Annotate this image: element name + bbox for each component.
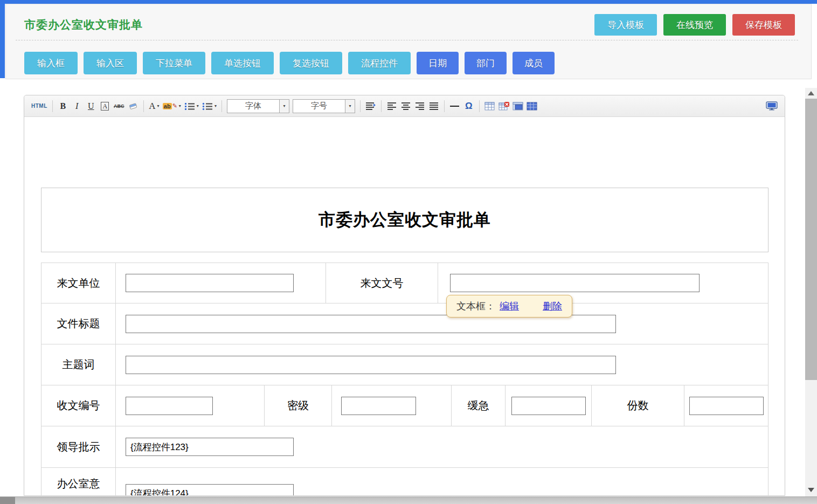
align-center-button[interactable] xyxy=(399,99,413,113)
table-row: 领导批示 xyxy=(41,426,768,468)
toolbar-separator xyxy=(143,100,144,112)
label-cell: 主题词 xyxy=(41,344,116,385)
label-cell: 密级 xyxy=(265,385,332,426)
copies-input[interactable] xyxy=(689,397,764,415)
table-delete-icon xyxy=(498,102,509,111)
widget-date-button[interactable]: 日期 xyxy=(417,52,459,74)
align-left-icon xyxy=(387,102,397,110)
label-cell: 缓急 xyxy=(452,385,506,426)
tooltip-delete-link[interactable]: 删除 xyxy=(543,300,562,313)
special-char-button[interactable]: Ω xyxy=(462,99,476,113)
office-opinion-input[interactable] xyxy=(126,484,294,495)
highlight-color-button[interactable]: ab✎▾ xyxy=(161,99,183,113)
tooltip-edit-link[interactable]: 编辑 xyxy=(500,300,519,313)
security-level-input[interactable] xyxy=(341,397,416,415)
underline-button[interactable]: U xyxy=(84,99,98,113)
italic-button[interactable]: I xyxy=(70,99,84,113)
widget-radio-button[interactable]: 单选按钮 xyxy=(211,52,274,74)
left-nav-strip xyxy=(0,4,5,78)
label-cell: 办公室意 xyxy=(41,468,116,495)
font-size-value: 字号 xyxy=(293,100,345,113)
receive-number-label: 收文编号 xyxy=(57,398,100,413)
align-justify-icon xyxy=(429,102,439,110)
bold-button[interactable]: B xyxy=(56,99,70,113)
ordered-list-button[interactable]: ▾ xyxy=(183,99,200,113)
cell-properties-button[interactable] xyxy=(511,99,525,113)
label-cell: 来文单位 xyxy=(41,263,116,303)
widget-input-field-button[interactable]: 输入框 xyxy=(24,52,78,74)
table-row: 办公室意 xyxy=(41,468,768,495)
input-cell xyxy=(116,426,768,467)
text-border-icon: A xyxy=(101,102,109,111)
widget-member-button[interactable]: 成员 xyxy=(513,52,555,74)
input-cell xyxy=(332,385,452,426)
app-window: 市委办公室收文审批单 导入模板 在线预览 保存模板 输入框 输入区 下拉菜单 单… xyxy=(0,0,817,504)
chevron-down-icon: ▾ xyxy=(157,103,159,108)
import-template-button[interactable]: 导入模板 xyxy=(594,14,657,36)
document-title: 市委办公室收文审批单 xyxy=(319,209,491,231)
leader-instructions-input[interactable] xyxy=(126,438,294,456)
copies-label: 份数 xyxy=(627,398,649,413)
align-justify-button[interactable] xyxy=(427,99,441,113)
rich-text-editor: HTML B I U A ABC A▾ ab✎▾ ▾ ▾ 字体 xyxy=(24,95,785,496)
editor-toolbar: HTML B I U A ABC A▾ ab✎▾ ▾ ▾ 字体 xyxy=(24,95,785,117)
incoming-unit-label: 来文单位 xyxy=(57,276,100,291)
table-icon xyxy=(484,102,495,111)
receive-number-input[interactable] xyxy=(126,397,213,415)
fullscreen-button[interactable] xyxy=(764,99,779,113)
vertical-scrollbar[interactable] xyxy=(805,88,817,496)
html-source-button[interactable]: HTML xyxy=(30,99,49,113)
table-row: 主题词 xyxy=(41,344,768,385)
table-row: 来文单位 来文文号 xyxy=(41,263,768,303)
widget-department-button[interactable]: 部门 xyxy=(465,52,507,74)
input-cell xyxy=(116,263,326,303)
indent-button[interactable] xyxy=(364,99,378,113)
window-bottom-strip xyxy=(0,496,817,504)
font-color-button[interactable]: A▾ xyxy=(147,99,161,113)
document-number-input[interactable] xyxy=(450,274,700,292)
widget-textarea-button[interactable]: 输入区 xyxy=(84,52,137,74)
input-cell xyxy=(116,344,768,385)
table-properties-button[interactable] xyxy=(525,99,539,113)
indent-icon xyxy=(365,102,376,110)
toolbar-separator xyxy=(52,100,53,112)
subject-words-input[interactable] xyxy=(126,356,616,374)
text-border-button[interactable]: A xyxy=(98,99,112,113)
remove-format-button[interactable] xyxy=(126,99,140,113)
omega-icon: Ω xyxy=(465,101,473,112)
toolbar-separator xyxy=(479,100,480,112)
tooltip-type-label: 文本框： xyxy=(456,300,495,313)
scroll-up-arrow-icon[interactable] xyxy=(808,91,814,95)
align-right-button[interactable] xyxy=(413,99,427,113)
page-title: 市委办公室收文审批单 xyxy=(24,17,143,32)
unordered-list-button[interactable]: ▾ xyxy=(200,99,218,113)
scrollbar-thumb[interactable] xyxy=(805,99,817,380)
table-row: 文件标题 xyxy=(41,303,768,344)
horizontal-rule-button[interactable] xyxy=(448,99,462,113)
underline-icon: U xyxy=(88,101,94,111)
html-source-icon: HTML xyxy=(31,103,47,109)
urgency-input[interactable] xyxy=(511,397,586,415)
online-preview-button[interactable]: 在线预览 xyxy=(663,14,726,36)
widget-dropdown-button[interactable]: 下拉菜单 xyxy=(143,52,205,74)
align-center-icon xyxy=(401,102,411,110)
align-left-button[interactable] xyxy=(385,99,399,113)
horizontal-rule-icon xyxy=(450,106,459,107)
chevron-down-icon: ▾ xyxy=(345,100,355,113)
save-template-button[interactable]: 保存模板 xyxy=(732,14,795,36)
fullscreen-monitor-icon xyxy=(766,101,778,111)
delete-table-button[interactable] xyxy=(497,99,511,113)
strikethrough-button[interactable]: ABC xyxy=(112,99,126,113)
widget-flow-control-button[interactable]: 流程控件 xyxy=(348,52,411,74)
align-right-icon xyxy=(415,102,425,110)
incoming-unit-input[interactable] xyxy=(126,274,294,292)
font-family-select[interactable]: 字体 ▾ xyxy=(227,99,289,113)
table-row: 收文编号 密级 缓急 份数 xyxy=(41,385,768,426)
document-canvas[interactable]: 市委办公室收文审批单 来文单位 来文文号 文件标题 主题词 xyxy=(24,117,785,495)
label-cell: 领导批示 xyxy=(41,426,116,467)
insert-table-button[interactable] xyxy=(483,99,497,113)
widget-checkbox-button[interactable]: 复选按钮 xyxy=(280,52,342,74)
office-opinion-label: 办公室意 xyxy=(57,477,100,491)
scroll-down-arrow-icon[interactable] xyxy=(808,488,814,492)
font-size-select[interactable]: 字号 ▾ xyxy=(293,99,355,113)
